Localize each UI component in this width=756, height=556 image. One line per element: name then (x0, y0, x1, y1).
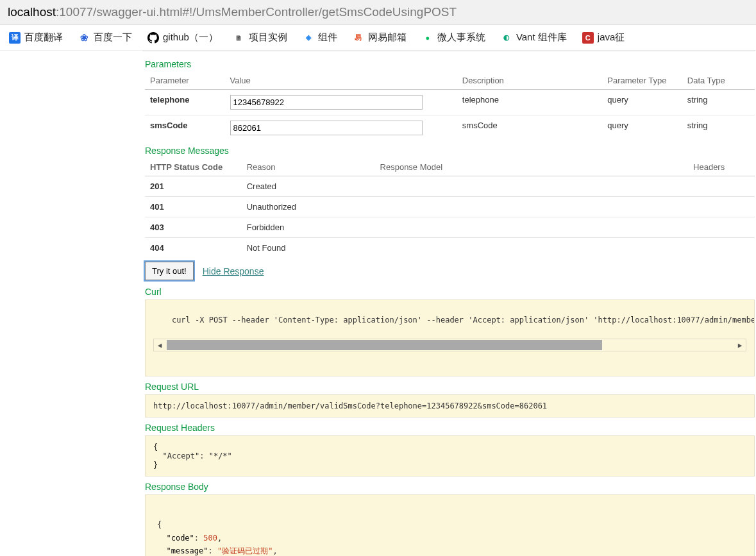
address-bar[interactable]: localhost:10077/swagger-ui.html#!/UmsMem… (0, 0, 756, 25)
telephone-input[interactable] (230, 95, 423, 110)
bookmark-java[interactable]: C java征 (582, 31, 625, 44)
curl-scrollbar[interactable]: ◀ ▶ (153, 339, 746, 351)
scroll-right-icon[interactable]: ▶ (734, 341, 746, 350)
parameters-table: Parameter Value Description Parameter Ty… (145, 72, 755, 140)
bookmark-vant[interactable]: ◐ Vant 组件库 (501, 31, 567, 44)
resp-reason: Unauthorized (242, 197, 375, 217)
curl-heading: Curl (145, 287, 755, 297)
response-messages-table: HTTP Status Code Reason Response Model H… (145, 158, 755, 258)
bookmark-label: github（一） (163, 31, 218, 44)
request-headers-heading: Request Headers (145, 423, 755, 433)
resp-row: 401Unauthorized (145, 197, 755, 217)
bookmark-label: java征 (598, 31, 625, 44)
curl-box: curl -X POST --header 'Content-Type: app… (145, 299, 755, 376)
response-body-box: { "code": 500, "message": "验证码已过期", "dat… (145, 494, 755, 556)
th-parameter: Parameter (145, 72, 225, 90)
th-status: HTTP Status Code (145, 158, 242, 176)
bookmark-translate[interactable]: 译 百度翻译 (9, 31, 63, 44)
resp-row: 404Not Found (145, 238, 755, 258)
param-ptype: query (602, 90, 682, 115)
translate-icon: 译 (9, 32, 21, 44)
th-parameter-type: Parameter Type (602, 72, 682, 90)
resp-row: 403Forbidden (145, 217, 755, 238)
document-icon: 🗎 (233, 32, 245, 44)
url-path: :10077/swagger-ui.html#!/UmsMemberContro… (56, 5, 457, 19)
cube-icon: ◈ (303, 32, 314, 44)
resp-code: 403 (145, 217, 242, 238)
th-headers: Headers (688, 158, 755, 176)
smscode-input[interactable] (230, 121, 423, 135)
scroll-left-icon[interactable]: ◀ (154, 341, 165, 350)
bookmark-label: 百度翻译 (24, 31, 63, 44)
resp-code: 401 (145, 197, 242, 217)
wechat-icon: ● (422, 32, 433, 44)
param-row-telephone: telephone telephone query string (145, 90, 755, 115)
param-desc: telephone (457, 90, 602, 115)
th-reason: Reason (242, 158, 375, 176)
param-ptype: query (602, 115, 682, 141)
scroll-thumb[interactable] (167, 340, 602, 350)
param-dtype: string (682, 90, 755, 115)
bookmarks-bar: 译 百度翻译 ❀ 百度一下 github（一） 🗎 项目实例 ◈ 组件 易 网易… (0, 25, 756, 51)
hide-response-link[interactable]: Hide Response (203, 266, 264, 276)
bookmark-label: Vant 组件库 (516, 31, 567, 44)
param-desc: smsCode (457, 115, 602, 141)
bookmark-wechat-hr[interactable]: ● 微人事系统 (422, 31, 485, 44)
bookmark-github[interactable]: github（一） (147, 31, 218, 44)
bookmark-label: 项目实例 (249, 31, 287, 44)
th-value: Value (225, 72, 457, 90)
resp-code: 404 (145, 238, 242, 258)
request-url-heading: Request URL (145, 382, 755, 392)
resp-row: 201Created (145, 176, 755, 197)
try-it-out-button[interactable]: Try it out! (145, 262, 194, 280)
swagger-pane: Parameters Parameter Value Description P… (142, 51, 755, 556)
param-name: smsCode (145, 115, 225, 141)
param-row-smscode: smsCode smsCode query string (145, 115, 755, 141)
bookmark-label: 微人事系统 (437, 31, 485, 44)
th-description: Description (457, 72, 602, 90)
resp-reason: Created (242, 176, 375, 197)
th-model: Response Model (375, 158, 688, 176)
url-host: localhost (8, 5, 56, 19)
request-url-text: http://localhost:10077/admin/member/vali… (153, 401, 547, 410)
bookmark-project[interactable]: 🗎 项目实例 (233, 31, 287, 44)
resp-reason: Not Found (242, 238, 375, 258)
vant-icon: ◐ (501, 32, 512, 44)
response-body-heading: Response Body (145, 482, 755, 492)
parameters-heading: Parameters (145, 59, 755, 69)
response-messages-heading: Response Messages (145, 146, 755, 156)
bookmark-label: 网易邮箱 (368, 31, 407, 44)
bookmark-label: 组件 (318, 31, 337, 44)
bookmark-baidu[interactable]: ❀ 百度一下 (78, 31, 132, 44)
param-name: telephone (145, 90, 225, 115)
bookmark-components[interactable]: ◈ 组件 (303, 31, 337, 44)
param-dtype: string (682, 115, 755, 141)
bookmark-netease[interactable]: 易 网易邮箱 (353, 31, 407, 44)
netease-icon: 易 (353, 32, 364, 44)
bookmark-label: 百度一下 (94, 31, 132, 44)
resp-code: 201 (145, 176, 242, 197)
csdn-icon: C (582, 32, 594, 44)
request-url-box: http://localhost:10077/admin/member/vali… (145, 394, 755, 417)
th-data-type: Data Type (682, 72, 755, 90)
request-headers-text: { "Accept": "*/*" } (153, 442, 232, 469)
github-icon (147, 32, 159, 44)
resp-reason: Forbidden (242, 217, 375, 238)
request-headers-box: { "Accept": "*/*" } (145, 435, 755, 476)
baidu-icon: ❀ (78, 32, 90, 44)
curl-command: curl -X POST --header 'Content-Type: app… (172, 316, 755, 324)
